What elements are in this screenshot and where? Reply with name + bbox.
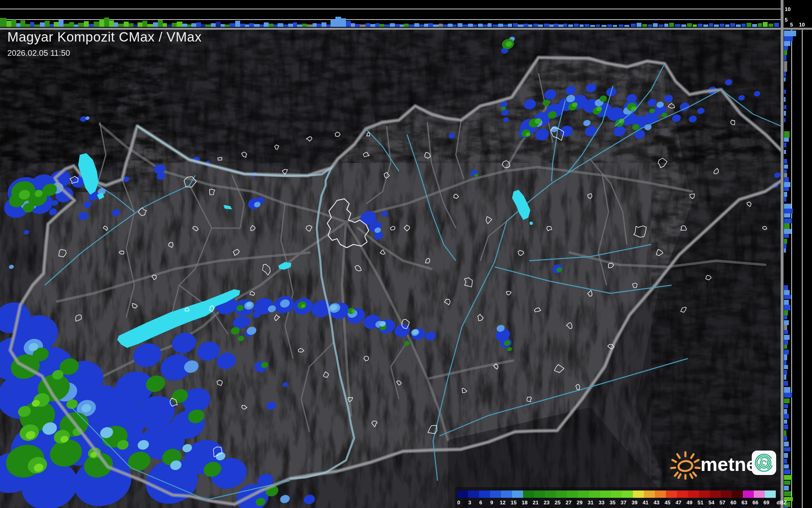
scale-tick-label: 39 — [632, 499, 637, 506]
scale-cell — [534, 490, 545, 498]
scale-cell — [611, 490, 622, 498]
page-title: Magyar Kompozit CMax / VMax — [7, 29, 201, 45]
scale-tick-label: 43 — [654, 499, 659, 506]
scale-cell — [633, 490, 644, 498]
scale-cell — [523, 490, 534, 498]
scale-tick-label: 9 — [490, 499, 493, 506]
profile-axis-corner: 10 5 5 10 — [784, 0, 812, 28]
radar-composite-screen: 10 5 5 10 Magyar Kompozit CMax / VMax 20… — [0, 0, 812, 508]
scale-cell — [490, 490, 501, 498]
scale-tick-label: 29 — [577, 499, 582, 506]
scale-cell — [479, 490, 490, 498]
scale-cell — [765, 490, 776, 498]
hungary-radar-map — [0, 0, 812, 508]
scale-cell — [468, 490, 479, 498]
sun-icon — [670, 449, 701, 482]
scale-tick-label: 27 — [566, 499, 571, 506]
scale-cell — [545, 490, 556, 498]
scale-cell — [688, 490, 699, 498]
scale-cell — [644, 490, 655, 498]
scale-unit-label: dBZ — [777, 499, 787, 506]
right-axis-label-5: 5 — [790, 22, 793, 27]
metnet-logo: metnet — [670, 447, 779, 484]
scale-cell — [512, 490, 523, 498]
scale-cell — [567, 490, 578, 498]
scale-cell — [578, 490, 589, 498]
top-axis-label-5: 5 — [785, 17, 788, 22]
scale-tick-label: 3 — [468, 499, 471, 506]
scale-tick-label: 25 — [555, 499, 560, 506]
scale-tick-label: 54 — [709, 499, 714, 506]
scale-tick-label: 69 — [764, 499, 769, 506]
scale-tick-label: 12 — [500, 499, 506, 506]
panel-separator-vertical — [781, 0, 784, 508]
title-block: Magyar Kompozit CMax / VMax 2026.02.05 1… — [7, 29, 201, 58]
reflectivity-scale-bar — [457, 490, 776, 498]
right-profile-panel — [784, 30, 812, 508]
scale-cell — [600, 490, 611, 498]
scale-tick-label: 15 — [511, 499, 517, 506]
scale-cell — [589, 490, 600, 498]
scale-tick-label: 31 — [588, 499, 593, 506]
reflectivity-scale-labels: 0369121518212325272931333537394143454749… — [457, 499, 779, 506]
scale-cell — [556, 490, 567, 498]
scale-tick-label: 47 — [676, 499, 681, 506]
scale-tick-label: 45 — [665, 499, 670, 506]
scale-tick-label: 60 — [731, 499, 736, 506]
scale-tick-label: 41 — [643, 499, 648, 506]
scale-cell — [622, 490, 633, 498]
scale-tick-label: 63 — [742, 499, 747, 506]
right-axis-label-10: 10 — [799, 22, 805, 27]
metnet-app-icon — [752, 451, 776, 475]
scale-tick-label: 66 — [753, 499, 758, 506]
top-profile-panel — [0, 0, 781, 28]
scale-tick-label: 18 — [522, 499, 527, 506]
scale-cell — [732, 490, 743, 498]
scale-cell — [710, 490, 721, 498]
scale-cell — [699, 490, 710, 498]
scale-tick-label: 57 — [720, 499, 725, 506]
scale-tick-label: 51 — [698, 499, 703, 506]
scale-tick-label: 6 — [479, 499, 482, 506]
scale-cell — [677, 490, 688, 498]
top-axis-label-10: 10 — [785, 7, 790, 12]
scale-cell — [754, 490, 765, 498]
scale-tick-label: 37 — [621, 499, 626, 506]
scale-cell — [721, 490, 732, 498]
scale-tick-label: 33 — [599, 499, 604, 506]
scale-cell — [655, 490, 666, 498]
timestamp: 2026.02.05 11:50 — [7, 48, 201, 58]
scale-tick-label: 0 — [457, 499, 460, 506]
scale-cell — [666, 490, 677, 498]
scale-tick-label: 21 — [533, 499, 538, 506]
scale-cell — [501, 490, 512, 498]
scale-cell — [743, 490, 754, 498]
reflectivity-scale: 0369121518212325272931333537394143454749… — [455, 487, 780, 508]
scale-tick-label: 23 — [544, 499, 549, 506]
scale-cell — [457, 490, 468, 498]
scale-tick-label: 49 — [687, 499, 692, 506]
scale-tick-label: 35 — [610, 499, 615, 506]
